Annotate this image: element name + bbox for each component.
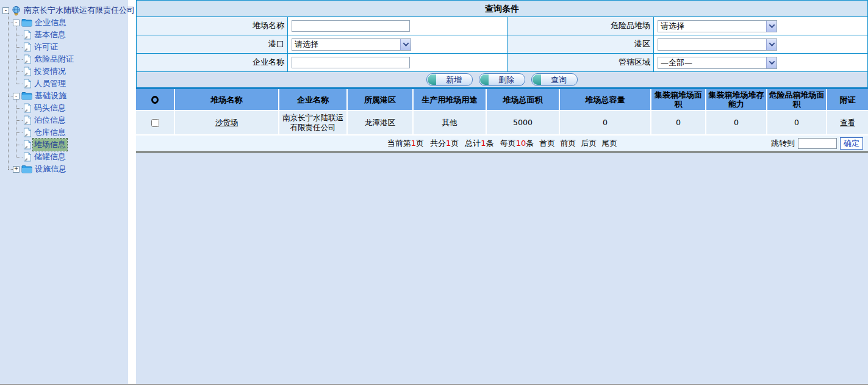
tree-item-label[interactable]: 企业信息	[34, 16, 68, 29]
jump-to-label: 跳转到	[771, 138, 795, 149]
yard-name-link[interactable]: 沙货场	[215, 118, 239, 128]
pagination-page-size: 每页10条	[500, 138, 534, 149]
tree-item-label[interactable]: 基础设施	[34, 90, 68, 102]
tree-expander-company-info[interactable]: -	[13, 20, 20, 26]
tree-item-warehouse: 仓库信息	[2, 126, 128, 139]
delete-button[interactable]: 删除	[479, 73, 525, 86]
document-icon	[23, 30, 32, 40]
tree-item-label[interactable]: 危险品附证	[33, 53, 75, 65]
select-all-icon[interactable]	[151, 96, 159, 104]
tree-group-facility-info: + 设施信息	[2, 163, 128, 175]
cell-dg-area: 0	[767, 111, 827, 134]
prev-page-link[interactable]: 前页	[560, 138, 576, 149]
tree-item-tank: 储罐信息	[2, 151, 128, 163]
last-page-link[interactable]: 尾页	[601, 138, 617, 149]
tree-expander-infrastructure[interactable]: -	[13, 93, 20, 99]
chevron-down-icon[interactable]	[766, 39, 777, 50]
pagination-bar: 当前第1页 共分1页 总计1条 每页10条 首页 前页 后页 尾页 跳转到 确定	[136, 134, 868, 151]
folder-icon	[21, 165, 32, 173]
chevron-down-icon[interactable]	[766, 57, 777, 68]
sidebar-tree: - 南京长宁水陆联运有限责任公司 - 企业信息	[0, 0, 128, 384]
add-button-label: 新增	[436, 74, 472, 85]
col-header-total-capacity: 堆场总容量	[560, 89, 651, 110]
document-icon	[23, 152, 32, 162]
select-value: —全部—	[658, 57, 766, 68]
select-all-header[interactable]	[136, 89, 175, 110]
next-page-link[interactable]: 后页	[581, 138, 597, 149]
pagination-total-records: 总计1条	[465, 138, 493, 149]
cell-container-capacity: 0	[706, 111, 767, 134]
cell-total-capacity: 0	[560, 111, 651, 134]
tree-item-label[interactable]: 基本信息	[33, 29, 67, 41]
tree-group-company-info: - 企业信息	[2, 16, 128, 29]
tree-root-label[interactable]: 南京长宁水陆联运有限责任公司	[23, 4, 136, 16]
current-page-number: 1	[411, 139, 416, 148]
select-value: 请选择	[658, 21, 766, 32]
document-icon	[23, 140, 32, 150]
table-header-row: 堆场名称 企业名称 所属港区 生产用堆场用途 堆场总面积 堆场总容量 集装箱堆场…	[136, 89, 868, 110]
tree-item-yard: 堆场信息	[2, 139, 128, 151]
row-checkbox[interactable]	[151, 119, 159, 127]
tree-item-label[interactable]: 人员管理	[33, 78, 67, 90]
cell-container-area: 0	[651, 111, 706, 134]
tree-item-label-selected[interactable]: 堆场信息	[33, 139, 67, 151]
col-header-port-area: 所属港区	[348, 89, 414, 110]
chevron-down-icon[interactable]	[400, 39, 411, 50]
document-icon	[23, 79, 32, 89]
pagination-total-pages: 共分1页	[430, 138, 459, 149]
query-form: 查询条件 堆场名称 危险品堆场 请选择 港口	[136, 0, 868, 72]
col-header-container-area: 集装箱堆场面积	[651, 89, 706, 110]
document-icon	[23, 128, 32, 137]
cell-total-area: 5000	[487, 111, 560, 134]
yard-name-input[interactable]	[292, 20, 410, 32]
tree-item-label[interactable]: 设施信息	[34, 163, 68, 175]
tree-item-investment: 投资情况	[2, 65, 128, 78]
port-select[interactable]: 请选择	[292, 38, 411, 51]
button-accent	[480, 74, 489, 85]
col-header-container-capacity: 集装箱堆场堆存能力	[706, 89, 767, 110]
button-accent	[428, 74, 436, 85]
document-icon	[23, 42, 32, 52]
tree-item-personnel: 人员管理	[2, 78, 128, 90]
toolbar: 新增 删除 查询	[136, 72, 868, 87]
chevron-down-icon[interactable]	[766, 21, 777, 32]
tree-item-license: 许可证	[2, 41, 128, 53]
company-name-input[interactable]	[292, 57, 410, 68]
tree-item-label[interactable]: 投资情况	[33, 65, 67, 78]
tree-item-label[interactable]: 码头信息	[33, 102, 67, 114]
cell-usage: 其他	[414, 111, 487, 134]
results-table: 堆场名称 企业名称 所属港区 生产用堆场用途 堆场总面积 堆场总容量 集装箱堆场…	[136, 89, 868, 134]
port-area-label: 港区	[508, 35, 654, 53]
delete-button-label: 删除	[488, 74, 525, 85]
tree-item-dangerous-cert: 危险品附证	[2, 53, 128, 65]
search-button[interactable]: 查询	[531, 73, 578, 86]
tree-item-label[interactable]: 仓库信息	[33, 126, 67, 139]
page-size-number: 10	[516, 139, 526, 148]
tree-expander-facility-info[interactable]: +	[13, 166, 20, 173]
port-area-select[interactable]	[658, 38, 777, 51]
confirm-button[interactable]: 确定	[840, 137, 863, 150]
query-form-title: 查询条件	[137, 1, 867, 17]
view-cert-link[interactable]: 查看	[840, 118, 855, 128]
first-page-link[interactable]: 首页	[539, 138, 555, 149]
jurisdiction-select[interactable]: —全部—	[658, 57, 777, 69]
globe-icon	[11, 5, 21, 16]
tree-item-wharf: 码头信息	[2, 102, 128, 114]
folder-icon	[21, 92, 32, 100]
total-records-number: 1	[481, 139, 486, 148]
main-panel: 查询条件 堆场名称 危险品堆场 请选择 港口	[136, 0, 868, 384]
dangerous-yard-select[interactable]: 请选择	[658, 20, 777, 32]
col-header-company: 企业名称	[279, 89, 348, 110]
jurisdiction-label: 管辖区域	[508, 54, 654, 71]
tree-item-label[interactable]: 储罐信息	[33, 151, 67, 163]
col-header-usage: 生产用堆场用途	[414, 89, 487, 110]
document-icon	[23, 67, 32, 76]
dangerous-yard-label: 危险品堆场	[508, 17, 654, 35]
tree-group-infrastructure: - 基础设施	[2, 90, 128, 102]
tree-item-label[interactable]: 泊位信息	[33, 114, 67, 126]
tree-item-label[interactable]: 许可证	[33, 41, 59, 53]
tree-root-row: - 南京长宁水陆联运有限责任公司	[2, 4, 128, 16]
add-button[interactable]: 新增	[426, 73, 473, 86]
select-value: 请选择	[292, 39, 400, 50]
jump-page-input[interactable]	[798, 138, 837, 149]
